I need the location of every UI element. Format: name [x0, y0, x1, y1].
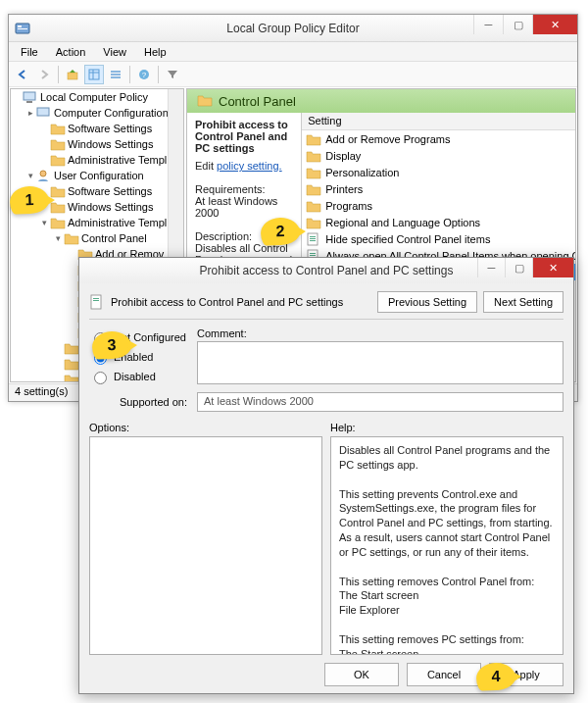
svg-rect-32 — [91, 295, 101, 309]
folder-icon — [306, 182, 321, 196]
folder-icon — [197, 93, 213, 109]
folder-icon — [50, 216, 66, 229]
gpedit-menubar: File Action View Help — [9, 42, 577, 62]
settings-header: Control Panel — [187, 89, 575, 113]
settings-item-label: Personalization — [325, 167, 399, 178]
dialog-close-button[interactable]: ✕ — [532, 258, 573, 277]
policy-dialog: Prohibit access to Control Panel and PC … — [78, 257, 574, 694]
svg-rect-17 — [310, 236, 316, 237]
tree-item[interactable]: Windows Settings — [66, 136, 153, 152]
tree-control-panel[interactable]: Control Panel — [79, 230, 147, 246]
help-box: Disables all Control Panel programs and … — [330, 436, 564, 655]
svg-rect-19 — [310, 240, 316, 241]
svg-rect-22 — [310, 255, 316, 256]
settings-list-item[interactable]: Programs — [302, 197, 576, 214]
settings-list-item[interactable]: Personalization — [302, 164, 576, 180]
tree-user-config[interactable]: User Configuration — [52, 168, 144, 183]
tree-computer-config[interactable]: Computer Configuration — [52, 105, 169, 121]
folder-icon — [306, 166, 321, 179]
svg-rect-21 — [310, 253, 316, 254]
folder-icon — [64, 231, 79, 245]
folder-icon — [306, 199, 321, 213]
comment-textarea[interactable] — [197, 341, 564, 384]
supported-on-value: At least Windows 2000 — [197, 392, 564, 412]
menu-view[interactable]: View — [95, 44, 134, 60]
setting-name: Prohibit access to Control Panel and PC … — [195, 119, 293, 154]
folder-icon — [64, 373, 79, 382]
svg-rect-12 — [24, 92, 35, 100]
cancel-button[interactable]: Cancel — [407, 663, 481, 686]
folder-icon — [64, 357, 79, 371]
settings-header-text: Control Panel — [219, 94, 296, 109]
settings-list-item[interactable]: Printers — [302, 180, 576, 197]
svg-rect-7 — [111, 71, 121, 73]
settings-list-item[interactable]: Regional and Language Options — [302, 214, 576, 230]
svg-rect-14 — [37, 108, 49, 116]
computer-icon — [23, 90, 38, 104]
svg-rect-33 — [93, 298, 99, 299]
back-icon[interactable] — [13, 65, 32, 84]
options-label: Options: — [89, 422, 322, 433]
computer-config-icon — [36, 106, 52, 120]
help-label: Help: — [330, 422, 564, 433]
help-icon[interactable]: ? — [134, 65, 154, 84]
settings-item-label: Display — [325, 150, 361, 162]
up-icon[interactable] — [63, 65, 82, 84]
comment-label: Comment: — [197, 327, 564, 339]
folder-icon — [50, 122, 66, 135]
requirements-value: At least Windows 2000 — [195, 195, 293, 219]
next-setting-button[interactable]: Next Setting — [483, 291, 564, 313]
policy-setting-link[interactable]: policy setting. — [217, 160, 282, 172]
svg-rect-8 — [111, 74, 121, 75]
tree-item[interactable]: Windows Settings — [66, 199, 153, 215]
column-header-setting[interactable]: Setting — [302, 113, 576, 130]
settings-list-item[interactable]: Display — [302, 147, 576, 164]
options-box — [89, 436, 322, 655]
folder-icon — [306, 216, 321, 229]
svg-rect-34 — [93, 300, 99, 301]
minimize-button[interactable]: ─ — [473, 15, 503, 34]
details-view-icon[interactable] — [84, 65, 104, 84]
settings-item-label: Printers — [325, 183, 363, 195]
svg-rect-9 — [111, 76, 121, 78]
tree-item[interactable]: Administrative Templ — [66, 152, 167, 168]
settings-item-label: Add or Remove Programs — [325, 133, 450, 145]
svg-rect-13 — [26, 101, 32, 103]
svg-rect-18 — [310, 238, 316, 239]
close-button[interactable]: ✕ — [532, 15, 577, 34]
settings-item-label: Programs — [325, 200, 372, 212]
settings-item-label: Hide specified Control Panel items — [325, 233, 490, 245]
folder-icon — [306, 132, 321, 146]
supported-on-label: Supported on: — [89, 396, 197, 408]
folder-icon — [50, 137, 66, 151]
menu-action[interactable]: Action — [48, 44, 94, 60]
dialog-titlebar: Prohibit access to Control Panel and PC … — [79, 258, 573, 283]
maximize-button[interactable]: ▢ — [503, 15, 532, 34]
policy-page-icon — [306, 232, 321, 246]
tree-root[interactable]: Local Computer Policy — [38, 89, 148, 105]
ok-button[interactable]: OK — [324, 663, 399, 686]
tree-item[interactable]: Administrative Templ — [66, 215, 167, 230]
radio-disabled[interactable]: Disabled — [89, 367, 197, 386]
settings-list-item[interactable]: Add or Remove Programs — [302, 130, 576, 147]
menu-file[interactable]: File — [13, 44, 46, 60]
forward-icon[interactable] — [34, 65, 54, 84]
dialog-maximize-button[interactable]: ▢ — [505, 258, 532, 277]
list-view-icon[interactable] — [106, 65, 125, 84]
svg-rect-3 — [68, 73, 77, 79]
svg-rect-4 — [89, 70, 99, 79]
settings-list-item[interactable]: Hide specified Control Panel items — [302, 230, 576, 247]
tree-item[interactable]: Software Settings — [66, 121, 152, 136]
filter-icon[interactable] — [163, 65, 182, 84]
policy-heading: Prohibit access to Control Panel and PC … — [111, 296, 371, 308]
menu-help[interactable]: Help — [136, 44, 174, 60]
svg-text:?: ? — [142, 71, 147, 79]
gpedit-titlebar: Local Group Policy Editor ─ ▢ ✕ — [9, 15, 577, 42]
gpedit-toolbar: ? — [9, 62, 577, 87]
folder-icon — [64, 341, 79, 355]
dialog-minimize-button[interactable]: ─ — [477, 258, 505, 277]
folder-icon — [50, 153, 66, 167]
requirements-label: Requirements: — [195, 183, 293, 195]
previous-setting-button[interactable]: Previous Setting — [377, 291, 477, 313]
tree-item[interactable]: Software Settings — [66, 183, 152, 199]
